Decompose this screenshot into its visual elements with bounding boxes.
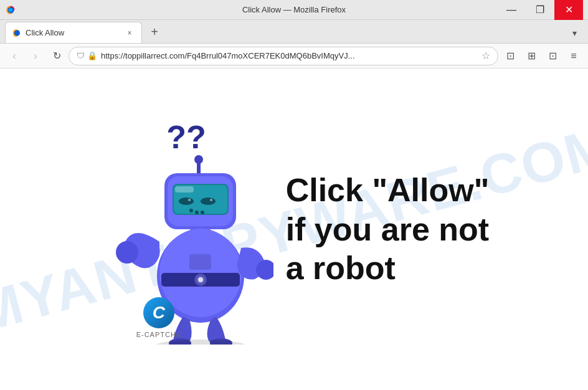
svg-point-11	[179, 197, 194, 205]
close-button[interactable]: ✕	[554, 0, 583, 20]
url-text: https://toppillarrect.com/Fq4Brrul047moX…	[101, 51, 478, 60]
svg-point-5	[194, 155, 203, 164]
bookmark-star-icon[interactable]: ☆	[481, 50, 490, 62]
lock-icon: 🔒	[87, 51, 97, 60]
svg-point-25	[116, 241, 138, 264]
robot-svg: ??	[99, 114, 273, 345]
firefox-icon	[5, 4, 16, 16]
tab-title: Click Allow	[26, 28, 120, 37]
svg-point-1	[9, 8, 12, 12]
forward-button[interactable]: ›	[26, 47, 45, 65]
reload-button[interactable]: ↻	[47, 47, 66, 65]
robot-illustration: ??	[99, 114, 273, 345]
menu-button[interactable]: ≡	[564, 47, 583, 65]
url-security-icons: 🛡 🔒	[77, 51, 97, 60]
captcha-logo: C E-CAPTCHA	[136, 297, 182, 338]
back-button[interactable]: ‹	[5, 47, 24, 65]
extensions-button[interactable]: ⊞	[522, 47, 541, 65]
main-content: ??	[0, 69, 588, 390]
svg-point-13	[188, 199, 191, 201]
main-text-line3: a robot	[286, 249, 490, 287]
minimize-button[interactable]: —	[497, 0, 526, 20]
titlebar-controls: — ❐ ✕	[497, 0, 583, 20]
svg-point-12	[201, 197, 216, 205]
titlebar-left	[5, 4, 16, 16]
url-bar[interactable]: 🛡 🔒 https://toppillarrect.com/Fq4Brrul04…	[69, 47, 498, 65]
active-tab[interactable]: Click Allow ×	[5, 22, 142, 43]
tab-close-button[interactable]: ×	[124, 27, 135, 39]
svg-text:??: ??	[166, 119, 206, 155]
text-section: Click "Allow" if you are not a robot	[286, 171, 490, 287]
main-text-line2: if you are not	[286, 210, 490, 249]
svg-point-14	[210, 199, 212, 201]
open-extension-button[interactable]: ⊡	[543, 47, 562, 65]
maximize-button[interactable]: ❐	[526, 0, 554, 20]
tab-list-button[interactable]: ▾	[566, 24, 583, 42]
main-message: Click "Allow" if you are not a robot	[286, 171, 490, 287]
tab-favicon	[12, 28, 22, 38]
svg-point-30	[151, 340, 250, 345]
svg-rect-10	[175, 186, 194, 193]
svg-point-24	[198, 277, 203, 282]
new-tab-button[interactable]: +	[145, 22, 164, 42]
navbar: ‹ › ↻ 🛡 🔒 https://toppillarrect.com/Fq4B…	[0, 44, 588, 69]
pocket-button[interactable]: ⊡	[501, 47, 519, 65]
tabbar: Click Allow × + ▾	[0, 20, 588, 44]
svg-point-15	[189, 209, 193, 212]
nav-extras: ⊡ ⊞ ⊡ ≡	[501, 47, 583, 65]
captcha-icon: C	[143, 297, 174, 328]
main-text-line1: Click "Allow"	[286, 171, 490, 209]
svg-point-16	[195, 211, 199, 214]
titlebar: Click Allow — Mozilla Firefox — ❐ ✕	[0, 0, 588, 20]
titlebar-title: Click Allow — Mozilla Firefox	[242, 5, 346, 14]
shield-icon: 🛡	[77, 51, 85, 60]
content-area: MYANTISPYWARE.COM ??	[0, 69, 588, 390]
svg-rect-29	[189, 254, 211, 270]
captcha-label-text: E-CAPTCHA	[136, 331, 182, 338]
robot-section: ??	[99, 114, 273, 345]
svg-point-17	[201, 211, 204, 214]
